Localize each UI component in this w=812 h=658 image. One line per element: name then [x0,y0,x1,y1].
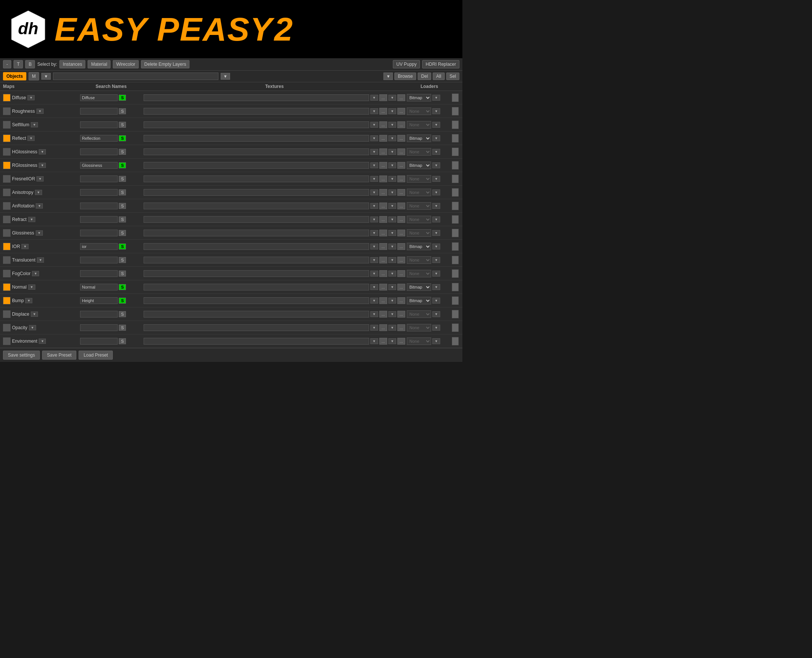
texture-dropdown-arrow[interactable]: ▼ [370,95,378,101]
loader-dropdown-arrow[interactable]: ▼ [432,203,440,209]
loader-dropdown-arrow[interactable]: ▼ [432,271,440,277]
wirecolor-button[interactable]: Wirecolor [113,60,139,68]
map-color-swatch[interactable] [3,148,11,155]
texture-dropdown-arrow[interactable]: ▼ [370,203,378,209]
texture-extra-dots[interactable]: ... [397,324,405,331]
search-name-input[interactable] [80,149,118,155]
map-color-swatch[interactable] [3,216,11,223]
texture-dropdown-arrow[interactable]: ▼ [370,135,378,141]
texture-extra-dots[interactable]: ... [397,94,405,101]
texture-dots-button[interactable]: ... [379,149,387,155]
s-button[interactable]: S [119,122,126,128]
search-name-input[interactable] [80,324,118,331]
texture-dots-button[interactable]: ... [379,108,387,114]
s-button[interactable]: S [119,190,126,196]
loader-color-box[interactable] [452,229,459,237]
search-name-input[interactable] [80,108,118,114]
hdri-replacer-button[interactable]: HDRI Replacer [422,60,459,68]
loader-color-box[interactable] [452,202,459,210]
map-color-swatch[interactable] [3,161,11,169]
map-row-arrow[interactable]: ▼ [35,190,42,195]
s-button[interactable]: S [119,243,126,249]
search-name-input[interactable] [80,216,118,223]
map-color-swatch[interactable] [3,243,11,250]
texture-extra-arrow[interactable]: ▼ [388,122,396,128]
map-row-arrow[interactable]: ▼ [31,312,38,317]
del-button[interactable]: Del [418,72,431,80]
loader-select[interactable]: None Bitmap None [407,270,431,277]
map-row-arrow[interactable]: ▼ [25,298,32,303]
texture-dropdown-arrow[interactable]: ▼ [370,338,378,344]
s-button[interactable]: S [119,108,126,114]
texture-extra-dots[interactable]: ... [397,149,405,155]
texture-dropdown-arrow[interactable]: ▼ [370,149,378,155]
texture-extra-dots[interactable]: ... [397,216,405,223]
uv-puppy-button[interactable]: UV Puppy [393,60,420,68]
loader-dropdown-arrow[interactable]: ▼ [432,190,440,196]
texture-dropdown-arrow[interactable]: ▼ [370,108,378,114]
s-button[interactable]: S [119,271,126,277]
search-name-input[interactable] [80,162,118,169]
loader-color-box[interactable] [452,283,459,291]
texture-input[interactable] [144,284,369,290]
texture-extra-dots[interactable]: ... [397,270,405,277]
loader-select[interactable]: None Bitmap None [407,216,431,223]
texture-dots-button[interactable]: ... [379,94,387,101]
texture-extra-arrow[interactable]: ▼ [388,95,396,101]
s-button[interactable]: S [119,162,126,168]
texture-dots-button[interactable]: ... [379,257,387,263]
loader-dropdown-arrow[interactable]: ▼ [432,284,440,290]
texture-dots-button[interactable]: ... [379,230,387,237]
sel-button[interactable]: Sel [446,72,459,80]
map-row-arrow[interactable]: ▼ [39,163,46,168]
loader-select[interactable]: None Bitmap None [407,202,431,210]
map-row-arrow[interactable]: ▼ [29,325,36,330]
search-name-input[interactable] [80,202,118,209]
texture-extra-dots[interactable]: ... [397,121,405,128]
s-button[interactable]: S [119,298,126,304]
texture-extra-arrow[interactable]: ▼ [388,257,396,263]
texture-input[interactable] [144,230,369,237]
texture-extra-dots[interactable]: ... [397,175,405,182]
search-name-input[interactable] [80,284,118,290]
material-button[interactable]: Material [88,60,111,68]
texture-extra-dots[interactable]: ... [397,257,405,263]
texture-extra-arrow[interactable]: ▼ [388,162,396,168]
texture-extra-arrow[interactable]: ▼ [388,216,396,222]
map-row-arrow[interactable]: ▼ [36,176,44,182]
loader-select[interactable]: None Bitmap None [407,148,431,155]
texture-input[interactable] [144,297,369,304]
loader-select[interactable]: Bitmap Bitmap None [407,94,431,102]
save-settings-button[interactable]: Save settings [3,351,40,360]
texture-dropdown-arrow[interactable]: ▼ [370,190,378,196]
objects-dropdown-arrow[interactable]: ▼ [41,73,51,80]
texture-dropdown-arrow[interactable]: ▼ [370,284,378,290]
loader-color-box[interactable] [452,256,459,264]
loader-select[interactable]: None Bitmap None [407,324,431,331]
map-row-arrow[interactable]: ▼ [32,271,39,276]
texture-dropdown-arrow[interactable]: ▼ [370,216,378,222]
texture-extra-dots[interactable]: ... [397,311,405,318]
map-row-arrow[interactable]: ▼ [31,122,38,127]
loader-dropdown-arrow[interactable]: ▼ [432,216,440,222]
loader-dropdown-arrow[interactable]: ▼ [432,257,440,263]
texture-extra-arrow[interactable]: ▼ [388,271,396,277]
s-button[interactable]: S [119,149,126,155]
loader-dropdown-arrow[interactable]: ▼ [432,162,440,168]
texture-extra-arrow[interactable]: ▼ [388,298,396,304]
texture-extra-dots[interactable]: ... [397,108,405,114]
loader-select[interactable]: Bitmap Bitmap None [407,284,431,291]
load-preset-button[interactable]: Load Preset [78,351,113,360]
texture-extra-arrow[interactable]: ▼ [388,338,396,344]
texture-dropdown-arrow[interactable]: ▼ [370,162,378,168]
loader-dropdown-arrow[interactable]: ▼ [432,135,440,141]
map-color-swatch[interactable] [3,135,11,142]
browse-button[interactable]: Browse [394,72,416,80]
map-color-swatch[interactable] [3,270,11,277]
map-color-swatch[interactable] [3,229,11,237]
map-color-swatch[interactable] [3,297,11,304]
texture-dots-button[interactable]: ... [379,338,387,345]
loader-color-box[interactable] [452,175,459,183]
texture-input[interactable] [144,121,369,128]
map-row-arrow[interactable]: ▼ [36,230,43,236]
